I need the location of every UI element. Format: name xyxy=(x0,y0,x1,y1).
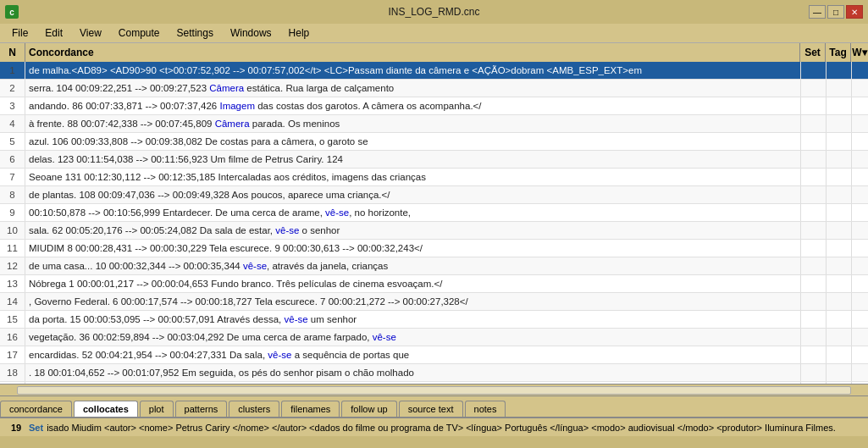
tab-filenames[interactable]: filenames xyxy=(281,401,340,417)
window-title: INS_LOG_RMD.cnc xyxy=(388,6,479,18)
table-row[interactable]: 12de uma casa... 10 00:00:32,344 --> 00:… xyxy=(0,257,868,275)
table-row[interactable]: 13Nóbrega 1 00:00:01,217 --> 00:00:04,65… xyxy=(0,275,868,293)
row-set xyxy=(800,382,826,384)
menu-item-compute[interactable]: Compute xyxy=(110,25,169,41)
row-tag xyxy=(826,80,851,97)
row-set xyxy=(800,97,826,114)
row-number: 12 xyxy=(0,257,25,274)
table-row[interactable]: 2serra. 104 00:09:22,251 --> 00:09:27,52… xyxy=(0,80,868,97)
row-tag xyxy=(826,311,851,328)
row-concordance: encardidas. 52 00:04:21,954 --> 00:04:27… xyxy=(25,346,800,363)
row-tag xyxy=(826,257,851,274)
row-concordance: . 18 00:01:04,652 --> 00:01:07,952 Em se… xyxy=(25,364,800,381)
tab-follow-up[interactable]: follow up xyxy=(341,401,396,417)
menu-item-view[interactable]: View xyxy=(71,25,110,41)
row-number: 7 xyxy=(0,169,25,185)
tab-bar: concordancecollocatesplotpatternscluster… xyxy=(0,395,868,418)
row-set xyxy=(800,62,826,79)
row-w xyxy=(851,364,868,381)
row-number: 11 xyxy=(0,240,25,257)
table-row[interactable]: 3andando. 86 00:07:33,871 --> 00:07:37,4… xyxy=(0,97,868,115)
row-tag xyxy=(826,169,851,185)
table-row[interactable]: 8de plantas. 108 00:09:47,036 --> 00:09:… xyxy=(0,186,868,204)
status-row-num: 19 xyxy=(3,423,29,433)
row-set xyxy=(800,169,826,185)
row-w xyxy=(851,133,868,150)
col-n-header: N xyxy=(0,43,25,62)
row-set xyxy=(800,151,826,168)
row-concordance: da porta. 15 00:00:53,095 --> 00:00:57,0… xyxy=(25,311,800,328)
row-w xyxy=(851,204,868,221)
table-row[interactable]: 1de malha.<AD89> <AD90>90 <t>00:07:52,90… xyxy=(0,62,868,80)
row-concordance: de uma casa... 10 00:00:32,344 --> 00:00… xyxy=(25,257,800,274)
row-concordance: andando. 86 00:07:33,871 --> 00:07:37,42… xyxy=(25,97,800,114)
table-row[interactable]: 14, Governo Federal. 6 00:00:17,574 --> … xyxy=(0,293,868,311)
restore-button[interactable]: □ xyxy=(827,5,844,19)
menu-item-settings[interactable]: Settings xyxy=(169,25,222,41)
menu-bar: FileEditViewComputeSettingsWindowsHelp xyxy=(0,24,868,43)
minimize-button[interactable]: — xyxy=(809,5,826,19)
row-tag xyxy=(826,62,851,79)
row-set xyxy=(800,222,826,239)
tab-concordance[interactable]: concordance xyxy=(0,401,72,417)
row-number: 2 xyxy=(0,80,25,97)
row-concordance: sala. 62 00:05:20,176 --> 00:05:24,082 D… xyxy=(25,222,800,239)
row-concordance: azul. 106 00:09:33,808 --> 00:09:38,082 … xyxy=(25,133,800,150)
row-tag xyxy=(826,133,851,150)
menu-item-edit[interactable]: Edit xyxy=(36,25,71,41)
row-w xyxy=(851,80,868,97)
table-row[interactable]: 19um sanfoneiro. 30 00:02:19,784 --> 00:… xyxy=(0,382,868,384)
scrollbar-area[interactable] xyxy=(0,384,868,395)
tab-source-text[interactable]: source text xyxy=(399,401,463,417)
menu-item-help[interactable]: Help xyxy=(280,25,318,41)
row-tag xyxy=(826,97,851,114)
table-row[interactable]: 11MIUDIM 8 00:00:28,431 --> 00:00:30,229… xyxy=(0,240,868,257)
row-number: 16 xyxy=(0,329,25,346)
row-set xyxy=(800,80,826,97)
menu-item-file[interactable]: File xyxy=(3,25,36,41)
col-concordance-header: Concordance xyxy=(25,43,800,62)
table-row[interactable]: 17encardidas. 52 00:04:21,954 --> 00:04:… xyxy=(0,346,868,364)
col-w-header: W▾ xyxy=(851,43,868,62)
row-number: 14 xyxy=(0,293,25,310)
table-row[interactable]: 7Seoane 131 00:12:30,112 --> 00:12:35,18… xyxy=(0,169,868,186)
row-tag xyxy=(826,115,851,132)
row-number: 10 xyxy=(0,222,25,239)
title-bar: c INS_LOG_RMD.cnc — □ ✕ xyxy=(0,0,868,24)
tab-clusters[interactable]: clusters xyxy=(229,401,279,417)
table-row[interactable]: 16vegetação. 36 00:02:59,894 --> 00:03:0… xyxy=(0,329,868,346)
tab-collocates[interactable]: collocates xyxy=(74,401,138,417)
row-tag xyxy=(826,222,851,239)
row-number: 4 xyxy=(0,115,25,132)
row-concordance: de malha.<AD89> <AD90>90 <t>00:07:52,902… xyxy=(25,62,800,79)
close-button[interactable]: ✕ xyxy=(846,5,863,19)
row-tag xyxy=(826,346,851,363)
row-w xyxy=(851,257,868,274)
row-number: 3 xyxy=(0,97,25,114)
row-number: 6 xyxy=(0,151,25,168)
row-w xyxy=(851,382,868,384)
row-w xyxy=(851,293,868,310)
row-concordance: vegetação. 36 00:02:59,894 --> 00:03:04,… xyxy=(25,329,800,346)
row-set xyxy=(800,329,826,346)
menu-item-windows[interactable]: Windows xyxy=(222,25,280,41)
table-row[interactable]: 15da porta. 15 00:00:53,095 --> 00:00:57… xyxy=(0,311,868,329)
table-row[interactable]: 5azul. 106 00:09:33,808 --> 00:09:38,082… xyxy=(0,133,868,151)
col-set-header: Set xyxy=(800,43,826,62)
row-concordance: à frente. 88 00:07:42,338 --> 00:07:45,8… xyxy=(25,115,800,132)
row-set xyxy=(800,115,826,132)
col-tag-header: Tag xyxy=(826,43,851,62)
tab-plot[interactable]: plot xyxy=(140,401,174,417)
table-row[interactable]: 4à frente. 88 00:07:42,338 --> 00:07:45,… xyxy=(0,115,868,133)
row-tag xyxy=(826,382,851,384)
tab-patterns[interactable]: patterns xyxy=(175,401,228,417)
tab-notes[interactable]: notes xyxy=(465,401,506,417)
table-row[interactable]: 18. 18 00:01:04,652 --> 00:01:07,952 Em … xyxy=(0,364,868,382)
table-row[interactable]: 6delas. 123 00:11:54,038 --> 00:11:56,92… xyxy=(0,151,868,169)
row-w xyxy=(851,169,868,185)
table-row[interactable]: 10sala. 62 00:05:20,176 --> 00:05:24,082… xyxy=(0,222,868,240)
row-set xyxy=(800,133,826,150)
row-tag xyxy=(826,151,851,168)
horizontal-scrollbar[interactable] xyxy=(17,386,851,395)
table-row[interactable]: 900:10:50,878 --> 00:10:56,999 Entardece… xyxy=(0,204,868,222)
